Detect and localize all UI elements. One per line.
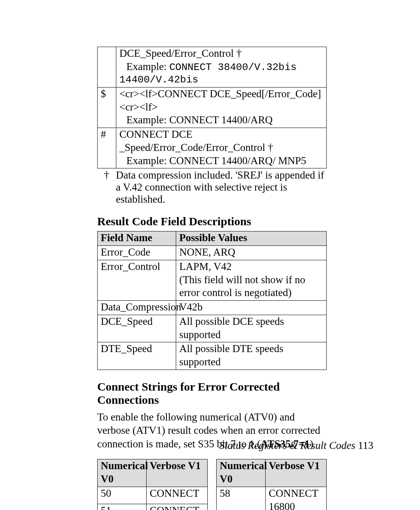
fields-table-body: Error_CodeNONE, ARQError_ControlLAPM, V4… xyxy=(98,246,327,370)
table-row: DTE_SpeedAll possible DTE speeds support… xyxy=(98,342,327,370)
field-value-cell: V42b xyxy=(176,301,327,315)
nv-right-body: 58CONNECT 1680059CONNECT 1920060CONNECT … xyxy=(217,487,327,510)
nv-num-cell: 58 xyxy=(217,487,266,510)
fields-table: Field Name Possible Values Error_CodeNON… xyxy=(97,231,327,370)
table-row: Field Name Possible Values xyxy=(98,231,327,246)
footnote-symbol: † xyxy=(97,169,116,205)
nv-left-body: 50CONNECT51CONNECT 120052CONNECT 2400 xyxy=(98,487,208,510)
table-row: Error_ControlLAPM, V42(This field will n… xyxy=(98,260,327,300)
nv-header-num: Numerical V0 xyxy=(98,459,147,487)
field-name-cell: DTE_Speed xyxy=(98,342,176,370)
symbol-cell: # xyxy=(98,128,116,168)
table-row: 51CONNECT 1200 xyxy=(98,504,208,510)
heading-connect-strings: Connect Strings for Error Corrected Conn… xyxy=(97,380,327,407)
field-value-cell: All possible DCE speeds supported xyxy=(176,315,327,342)
table-row: Error_CodeNONE, ARQ xyxy=(98,246,327,260)
table-row: DCE_Speed/Error_Control †Example: CONNEC… xyxy=(98,47,327,88)
nv-table-right: Numerical V0 Verbose V1 58CONNECT 168005… xyxy=(216,459,327,510)
table-row: Numerical V0 Verbose V1 xyxy=(98,459,208,487)
heading-result-code-fields: Result Code Field Descriptions xyxy=(97,215,327,228)
nv-twin-wrapper: Numerical V0 Verbose V1 50CONNECT51CONNE… xyxy=(97,459,327,510)
table-row: #CONNECT DCE _Speed/Error_Code/Error_Con… xyxy=(98,128,327,168)
nv-num-cell: 51 xyxy=(98,504,147,510)
field-name-cell: Data_Compression xyxy=(98,301,176,315)
table-row: Data_CompressionV42b xyxy=(98,301,327,315)
footer-page-number: 113 xyxy=(355,440,373,451)
nv-verb-cell: CONNECT 16800 xyxy=(266,487,327,510)
nv-header-verb: Verbose V1 xyxy=(147,459,208,487)
table-row: 58CONNECT 16800 xyxy=(217,487,327,510)
field-name-cell: DCE_Speed xyxy=(98,315,176,342)
top-table: DCE_Speed/Error_Control †Example: CONNEC… xyxy=(97,47,327,168)
body-cell: <cr><lf>CONNECT DCE_Speed[/Error_Code]<c… xyxy=(116,87,327,128)
nv-verb-cell: CONNECT xyxy=(147,487,208,504)
nv-num-cell: 50 xyxy=(98,487,147,504)
body-cell: DCE_Speed/Error_Control †Example: CONNEC… xyxy=(116,47,327,88)
body-cell: CONNECT DCE _Speed/Error_Code/Error_Cont… xyxy=(116,128,327,168)
footer-title: Status Registers & Result Codes xyxy=(219,440,355,451)
fields-header-values: Possible Values xyxy=(176,231,327,246)
nv-header-num: Numerical V0 xyxy=(217,459,266,487)
field-value-cell: All possible DTE speeds supported xyxy=(176,342,327,370)
fields-header-name: Field Name xyxy=(98,231,176,246)
field-name-cell: Error_Code xyxy=(98,246,176,260)
nv-header-verb: Verbose V1 xyxy=(266,459,327,487)
footnote-row: † Data compression included. 'SREJ' is a… xyxy=(97,169,327,205)
page: DCE_Speed/Error_Control †Example: CONNEC… xyxy=(0,0,420,510)
nv-verb-cell: CONNECT 1200 xyxy=(147,504,208,510)
table-row: DCE_SpeedAll possible DCE speeds support… xyxy=(98,315,327,342)
table-row: 50CONNECT xyxy=(98,487,208,504)
table-row: $<cr><lf>CONNECT DCE_Speed[/Error_Code]<… xyxy=(98,87,327,128)
top-table-body: DCE_Speed/Error_Control †Example: CONNEC… xyxy=(98,47,327,168)
page-footer: Status Registers & Result Codes 113 xyxy=(219,440,373,452)
field-name-cell: Error_Control xyxy=(98,260,176,300)
symbol-cell xyxy=(98,47,116,88)
field-value-cell: NONE, ARQ xyxy=(176,246,327,260)
nv-table-left: Numerical V0 Verbose V1 50CONNECT51CONNE… xyxy=(97,459,208,510)
field-value-cell: LAPM, V42(This field will not show if no… xyxy=(176,260,327,300)
table-row: Numerical V0 Verbose V1 xyxy=(217,459,327,487)
symbol-cell: $ xyxy=(98,87,116,128)
footnote-text: Data compression included. 'SREJ' is app… xyxy=(116,169,327,205)
